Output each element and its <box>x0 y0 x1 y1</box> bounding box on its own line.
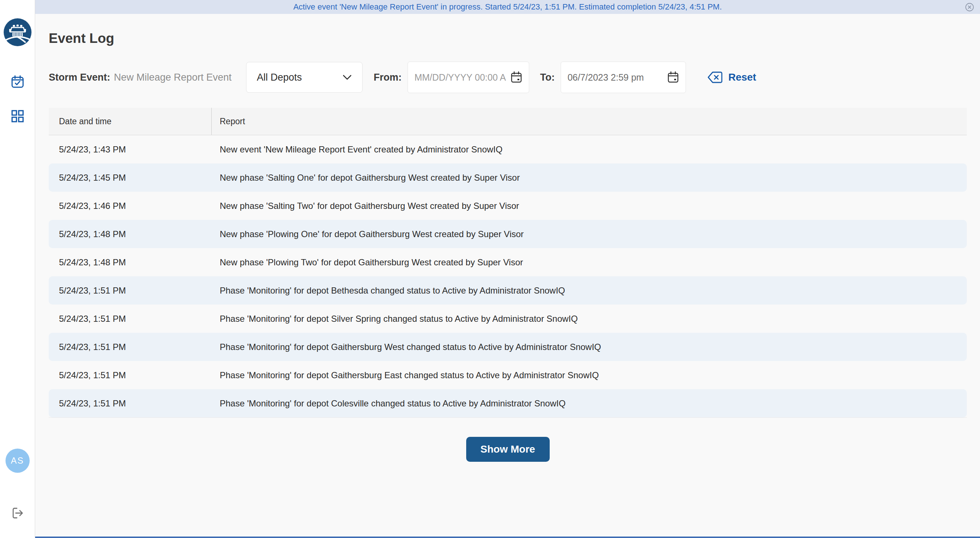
table-header: Date and time Report <box>49 108 967 135</box>
table-row: 5/24/23, 1:43 PM New event 'New Mileage … <box>49 135 967 163</box>
banner-close-icon[interactable] <box>965 3 974 12</box>
row-report: Phase 'Monitoring' for depot Gaithersbur… <box>212 370 599 380</box>
row-report: New event 'New Mileage Report Event' cre… <box>212 144 503 155</box>
from-date-field <box>407 62 529 93</box>
to-label: To: <box>540 72 555 83</box>
main-content: Event Log Storm Event: New Mileage Repor… <box>35 14 980 538</box>
from-label: From: <box>374 72 402 83</box>
logout-icon <box>11 506 24 520</box>
row-datetime: 5/24/23, 1:45 PM <box>49 172 212 183</box>
row-report: Phase 'Monitoring' for depot Colesville … <box>212 398 565 409</box>
row-datetime: 5/24/23, 1:51 PM <box>49 342 212 352</box>
show-more-container: Show More <box>49 437 967 462</box>
logout-button[interactable] <box>11 506 24 520</box>
calendar-check-icon <box>11 75 24 89</box>
row-datetime: 5/24/23, 1:51 PM <box>49 314 212 324</box>
calendar-icon[interactable] <box>667 71 679 83</box>
sidebar-item-events[interactable] <box>11 75 24 89</box>
table-row: 5/24/23, 1:51 PM Phase 'Monitoring' for … <box>49 276 967 305</box>
sidebar-item-dashboard[interactable] <box>11 109 24 123</box>
table-body: 5/24/23, 1:43 PM New event 'New Mileage … <box>49 135 967 417</box>
table-row: 5/24/23, 1:48 PM New phase 'Plowing One'… <box>49 220 967 248</box>
table-row: 5/24/23, 1:51 PM Phase 'Monitoring' for … <box>49 305 967 333</box>
row-report: New phase 'Salting One' for depot Gaithe… <box>212 172 520 183</box>
snowplow-truck-logo <box>3 18 32 47</box>
table-row: 5/24/23, 1:51 PM Phase 'Monitoring' for … <box>49 333 967 361</box>
row-report: Phase 'Monitoring' for depot Bethesda ch… <box>212 286 565 296</box>
banner-text: Active event 'New Mileage Report Event' … <box>293 2 722 12</box>
active-event-banner: Active event 'New Mileage Report Event' … <box>35 0 980 14</box>
depot-select-value: All Depots <box>257 72 302 83</box>
table-row: 5/24/23, 1:51 PM Phase 'Monitoring' for … <box>49 361 967 389</box>
calendar-icon[interactable] <box>511 71 522 83</box>
reset-label: Reset <box>729 72 756 83</box>
row-report: New phase 'Plowing Two' for depot Gaithe… <box>212 257 523 268</box>
event-log-table: Date and time Report 5/24/23, 1:43 PM Ne… <box>49 108 967 418</box>
row-report: New phase 'Salting Two' for depot Gaithe… <box>212 201 519 211</box>
reset-button[interactable]: Reset <box>707 71 756 84</box>
row-report: Phase 'Monitoring' for depot Gaithersbur… <box>212 342 601 352</box>
from-date-input[interactable] <box>415 72 506 83</box>
row-datetime: 5/24/23, 1:51 PM <box>49 286 212 296</box>
grid-icon <box>11 109 24 123</box>
to-date-input[interactable] <box>568 72 663 83</box>
show-more-button[interactable]: Show More <box>466 437 550 462</box>
storm-event-label: Storm Event: <box>49 72 110 83</box>
user-avatar[interactable]: AS <box>5 449 30 473</box>
backspace-icon <box>707 71 723 84</box>
table-row: 5/24/23, 1:51 PM Phase 'Monitoring' for … <box>49 389 967 417</box>
bottom-edge-bar <box>35 536 980 538</box>
column-header-report: Report <box>212 108 245 135</box>
table-row: 5/24/23, 1:48 PM New phase 'Plowing Two'… <box>49 248 967 276</box>
to-date-field <box>561 62 686 93</box>
row-datetime: 5/24/23, 1:46 PM <box>49 201 212 211</box>
avatar-initials: AS <box>11 455 24 466</box>
row-datetime: 5/24/23, 1:48 PM <box>49 257 212 268</box>
row-datetime: 5/24/23, 1:51 PM <box>49 398 212 409</box>
row-report: Phase 'Monitoring' for depot Silver Spri… <box>212 314 578 324</box>
depot-select[interactable]: All Depots <box>246 62 363 93</box>
storm-event-value: New Mileage Report Event <box>114 72 231 83</box>
page-title: Event Log <box>49 31 967 46</box>
table-row: 5/24/23, 1:46 PM New phase 'Salting Two'… <box>49 192 967 220</box>
row-datetime: 5/24/23, 1:51 PM <box>49 370 212 380</box>
row-datetime: 5/24/23, 1:48 PM <box>49 229 212 239</box>
row-report: New phase 'Plowing One' for depot Gaithe… <box>212 229 524 239</box>
sidebar: AS <box>0 0 35 538</box>
chevron-down-icon <box>342 74 352 80</box>
filter-bar: Storm Event: New Mileage Report Event Al… <box>49 62 967 93</box>
row-datetime: 5/24/23, 1:43 PM <box>49 144 212 155</box>
table-row: 5/24/23, 1:45 PM New phase 'Salting One'… <box>49 163 967 192</box>
column-header-datetime: Date and time <box>49 108 212 135</box>
